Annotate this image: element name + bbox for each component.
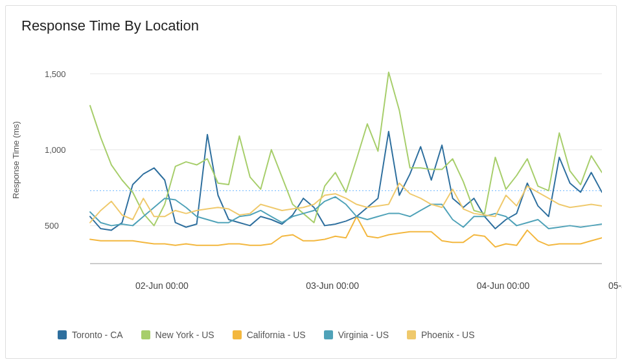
series-line bbox=[90, 197, 602, 229]
x-tick: 05-Jun 0 bbox=[608, 280, 622, 291]
legend-item[interactable]: California - US bbox=[233, 330, 306, 340]
legend-item[interactable]: Phoenix - US bbox=[407, 330, 474, 340]
legend-item[interactable]: Toronto - CA bbox=[58, 330, 123, 340]
x-tick-labels: 02-Jun 00:0003-Jun 00:0004-Jun 00:0005-J… bbox=[90, 280, 602, 293]
legend-item[interactable]: Virginia - US bbox=[324, 330, 389, 340]
series-line bbox=[90, 73, 602, 226]
gridlines bbox=[90, 74, 602, 225]
x-tick: 03-Jun 00:00 bbox=[306, 280, 359, 291]
legend-swatch bbox=[58, 330, 67, 339]
legend-label: California - US bbox=[247, 330, 306, 340]
x-tick: 02-Jun 00:00 bbox=[135, 280, 189, 291]
series-group bbox=[90, 73, 602, 247]
legend-swatch bbox=[141, 330, 150, 339]
legend-label: Phoenix - US bbox=[421, 330, 474, 340]
y-axis-label: Response Time (ms) bbox=[11, 43, 24, 277]
legend-label: Virginia - US bbox=[338, 330, 389, 340]
legend-item[interactable]: New York - US bbox=[141, 330, 214, 340]
chart-title: Response Time By Location bbox=[21, 17, 199, 34]
legend-label: Toronto - CA bbox=[72, 330, 123, 340]
legend-label: New York - US bbox=[156, 330, 214, 340]
chart-svg bbox=[45, 43, 602, 277]
legend-swatch bbox=[407, 330, 416, 339]
plot-area bbox=[45, 43, 602, 277]
chart-card: Response Time By Location Response Time … bbox=[5, 5, 617, 359]
legend: Toronto - CANew York - USCalifornia - US… bbox=[58, 330, 474, 340]
x-tick: 04-Jun 00:00 bbox=[477, 280, 530, 291]
legend-swatch bbox=[233, 330, 242, 339]
legend-swatch bbox=[324, 330, 333, 339]
